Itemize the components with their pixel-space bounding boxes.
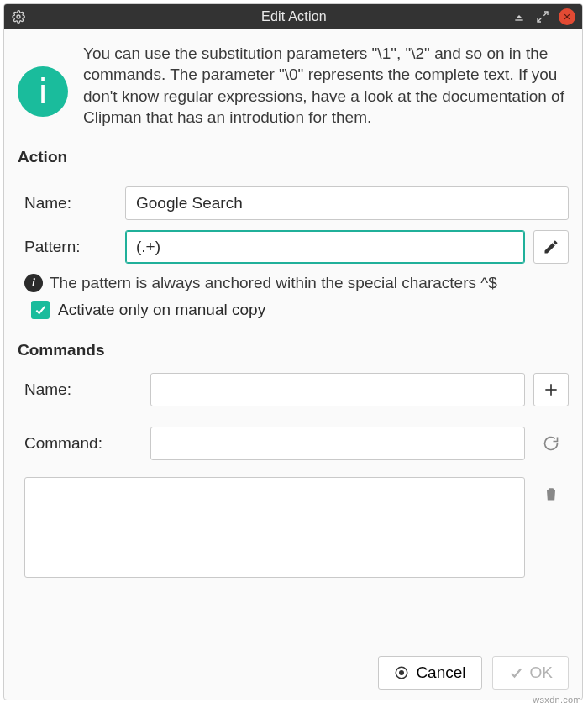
command-name-label: Name: (24, 380, 142, 399)
commands-list[interactable] (24, 477, 525, 578)
info-icon: i (18, 66, 68, 117)
activate-checkbox-row[interactable]: Activate only on manual copy (31, 301, 569, 319)
name-field[interactable] (125, 186, 569, 220)
pattern-label: Pattern: (24, 238, 117, 256)
command-name-field[interactable] (150, 373, 525, 406)
dialog-content: i You can use the substitution parameter… (4, 29, 582, 700)
refresh-command-button[interactable] (533, 427, 569, 460)
action-form: Name: Pattern: i The pattern is always a… (24, 176, 569, 326)
pattern-hint-text: The pattern is always anchored within th… (50, 274, 497, 292)
command-label: Command: (24, 434, 142, 453)
cancel-label: Cancel (416, 663, 465, 682)
checkbox-checked-icon[interactable] (31, 301, 50, 319)
name-label: Name: (24, 194, 117, 212)
svg-point-9 (399, 670, 404, 675)
edit-pattern-button[interactable] (533, 230, 569, 264)
info-panel: i You can use the substitution parameter… (18, 43, 569, 128)
add-command-button[interactable] (533, 373, 569, 406)
watermark: wsxdn.com (533, 695, 581, 705)
ok-label: OK (530, 663, 553, 682)
settings-icon[interactable] (11, 9, 26, 24)
info-text: You can use the substitution parameters … (83, 43, 569, 128)
dialog-window: Edit Action i You can use the substituti… (3, 3, 583, 700)
ok-button: OK (492, 656, 569, 690)
svg-point-0 (17, 15, 20, 18)
action-heading: Action (18, 148, 569, 166)
commands-form: Name: Command: (24, 363, 569, 578)
svg-line-2 (543, 12, 548, 16)
titlebar[interactable]: Edit Action (4, 4, 582, 29)
shade-icon[interactable] (512, 9, 527, 24)
svg-line-3 (538, 18, 542, 22)
close-icon[interactable] (559, 8, 575, 25)
pattern-hint: i The pattern is always anchored within … (24, 274, 569, 292)
commands-heading: Commands (18, 341, 569, 359)
dialog-buttons: Cancel OK (18, 642, 569, 690)
pattern-field[interactable] (125, 230, 525, 264)
hint-info-icon: i (24, 274, 43, 292)
command-field[interactable] (150, 427, 525, 460)
svg-rect-1 (515, 19, 522, 20)
maximize-icon[interactable] (535, 9, 550, 24)
cancel-button[interactable]: Cancel (378, 656, 481, 690)
activate-label: Activate only on manual copy (58, 301, 265, 319)
delete-command-button[interactable] (533, 477, 569, 511)
window-title: Edit Action (3, 9, 583, 24)
